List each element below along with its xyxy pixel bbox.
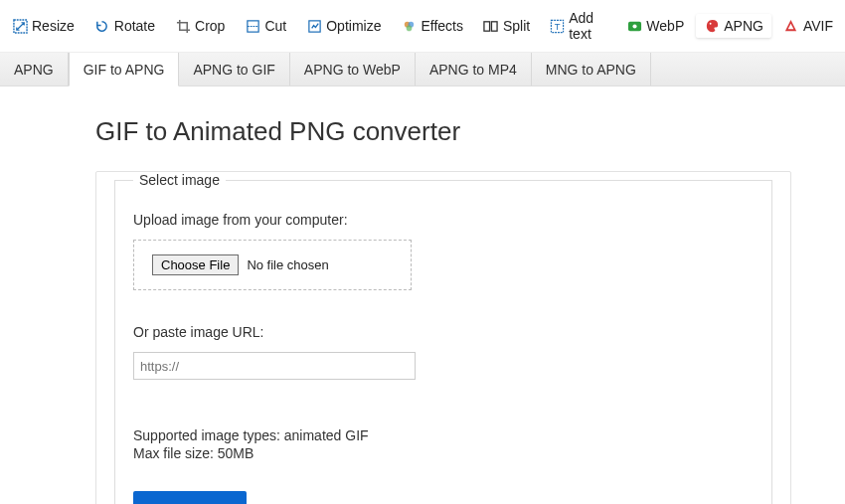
tool-label: Optimize [326, 18, 381, 34]
tab-label: APNG to WebP [304, 62, 401, 78]
svg-point-13 [709, 22, 711, 24]
max-file-size-text: Max file size: 50MB [133, 445, 754, 461]
tool-avif[interactable]: AVIF [775, 14, 841, 38]
svg-point-6 [407, 25, 413, 31]
tool-rotate[interactable]: Rotate [86, 14, 163, 38]
crop-icon [175, 18, 191, 34]
svg-rect-8 [492, 21, 498, 30]
supported-types-text: Supported image types: animated GIF [133, 427, 754, 443]
svg-point-12 [632, 24, 636, 28]
tab-label: APNG to GIF [193, 62, 274, 78]
split-icon [483, 18, 499, 34]
upload-panel: Select image Upload image from your comp… [95, 171, 791, 504]
tool-split[interactable]: Split [475, 14, 538, 38]
svg-rect-7 [484, 21, 490, 30]
addtext-icon: T [550, 18, 565, 34]
tab-apng-to-gif[interactable]: APNG to GIF [179, 53, 289, 85]
tool-resize[interactable]: Resize [4, 14, 83, 38]
webp-icon [626, 18, 642, 34]
tool-cut[interactable]: Cut [237, 14, 294, 38]
avif-icon [783, 18, 799, 34]
tool-label: Split [503, 18, 530, 34]
cut-icon [245, 18, 260, 34]
tool-label: Add text [569, 10, 606, 42]
tab-label: MNG to APNG [546, 62, 636, 78]
svg-text:T: T [555, 22, 561, 32]
tab-apng[interactable]: APNG [0, 53, 69, 85]
tool-label: WebP [646, 18, 684, 34]
optimize-icon [306, 18, 322, 34]
file-drop-area[interactable]: Choose File No file chosen [133, 240, 412, 290]
tool-add-text[interactable]: T Add text [542, 6, 614, 46]
subnav-tabs: APNG GIF to APNG APNG to GIF APNG to Web… [0, 53, 845, 86]
upload-button[interactable]: Upload! [133, 491, 247, 504]
tab-label: GIF to APNG [84, 62, 165, 78]
choose-file-button[interactable]: Choose File [152, 254, 239, 275]
apng-icon [704, 18, 720, 34]
tool-label: Cut [264, 18, 286, 34]
upload-from-computer-label: Upload image from your computer: [133, 212, 754, 228]
tab-apng-to-webp[interactable]: APNG to WebP [290, 53, 416, 85]
tool-label: Effects [421, 18, 463, 34]
tool-effects[interactable]: Effects [393, 14, 471, 38]
tab-label: APNG to MP4 [429, 62, 517, 78]
tool-label: Rotate [114, 18, 155, 34]
tool-label: AVIF [803, 18, 833, 34]
effects-icon [401, 18, 417, 34]
tool-optimize[interactable]: Optimize [298, 14, 389, 38]
tab-mng-to-apng[interactable]: MNG to APNG [532, 53, 651, 85]
file-status-text: No file chosen [247, 257, 328, 272]
tab-apng-to-mp4[interactable]: APNG to MP4 [416, 53, 532, 85]
tab-gif-to-apng[interactable]: GIF to APNG [69, 53, 180, 86]
fieldset-legend: Select image [133, 172, 226, 188]
tool-label: APNG [724, 18, 763, 34]
rotate-icon [94, 18, 110, 34]
tool-webp[interactable]: WebP [618, 14, 692, 38]
select-image-fieldset: Select image Upload image from your comp… [114, 172, 772, 504]
main-content: GIF to Animated PNG converter Select ima… [0, 86, 845, 504]
tool-apng[interactable]: APNG [696, 14, 771, 38]
paste-url-label: Or paste image URL: [133, 324, 754, 340]
tool-crop[interactable]: Crop [167, 14, 233, 38]
tool-label: Resize [32, 18, 75, 34]
page-title: GIF to Animated PNG converter [95, 116, 845, 147]
top-toolbar: Resize Rotate Crop Cut Optimize Effects [0, 0, 845, 53]
resize-icon [12, 18, 28, 34]
image-url-input[interactable] [133, 352, 416, 380]
tab-label: APNG [14, 62, 54, 78]
tool-label: Crop [195, 18, 225, 34]
